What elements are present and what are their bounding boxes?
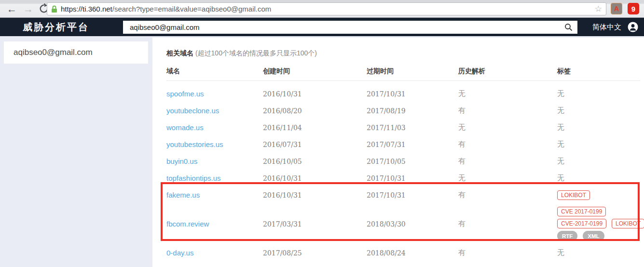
table-row: buyin0.us2016/10/052017/10/05有无 — [166, 153, 640, 170]
expires-cell: 2017/10/31 — [367, 174, 458, 182]
expires-cell: 2017/10/31 — [367, 191, 458, 199]
table-row: womade.us2016/11/042017/11/03无无 — [166, 119, 640, 136]
history-cell: 有 — [458, 140, 557, 149]
tags-cell: 无 — [557, 174, 640, 183]
tag-badge[interactable]: LOKIBOT — [612, 219, 644, 228]
domain-cell: womade.us — [166, 123, 263, 132]
related-domains-panel: 相关域名 (超过100个域名的情况最多只显示100个) 域名创建时间过期时间历史… — [152, 38, 644, 267]
expires-cell: 2017/10/31 — [367, 90, 458, 98]
domain-cell: topfashiontips.us — [166, 174, 263, 183]
created-cell: 2016/10/05 — [263, 158, 367, 165]
expires-cell: 2017/10/05 — [367, 158, 458, 165]
table-row: youtubestories.us2016/07/312017/07/31有无 — [166, 136, 640, 153]
history-cell: 无 — [458, 89, 557, 98]
domain-table: 域名创建时间过期时间历史解析标签 spoofme.us2016/10/31201… — [152, 62, 644, 261]
search-input[interactable] — [123, 21, 577, 34]
adobe-acrobat-extension-icon[interactable]: A — [611, 3, 622, 14]
section-title-note: (超过100个域名的情况最多只显示100个) — [195, 49, 317, 57]
domain-link[interactable]: fakeme.us — [166, 191, 200, 199]
history-cell: 有 — [458, 190, 557, 200]
tag-line: LOKIBOT — [557, 190, 590, 200]
table-row: topfashiontips.us2016/10/312017/10/31无无 — [166, 170, 640, 187]
created-cell: 2016/08/20 — [263, 107, 367, 115]
column-header: 标签 — [557, 67, 640, 76]
history-cell: 无 — [458, 123, 557, 132]
domain-cell: spoofme.us — [166, 90, 263, 98]
tags-cell: LOKIBOT — [557, 187, 640, 203]
address-bar[interactable]: https://ti.360.net/search?type=email&val… — [47, 2, 606, 15]
language-selector[interactable]: 简体中文 — [592, 18, 621, 36]
domain-link[interactable]: spoofme.us — [166, 90, 204, 98]
tag-line: CVE-2017-0199LOKIBOT — [557, 219, 644, 228]
column-header: 创建时间 — [263, 67, 367, 76]
tags-cell: 无 — [557, 157, 640, 166]
tag-badge[interactable]: CVE 2017-0199 — [557, 207, 606, 216]
domain-link[interactable]: youtubestories.us — [166, 140, 223, 148]
ssl-lock-icon[interactable] — [51, 5, 57, 13]
tag-badge[interactable]: RTF — [557, 231, 577, 241]
expires-cell: 2017/08/19 — [367, 107, 458, 115]
domain-link[interactable]: topfashiontips.us — [166, 174, 221, 182]
forward-icon[interactable]: → — [23, 2, 33, 16]
tags-cell: CVE 2017-0199CVE-2017-0199LOKIBOTRTFXML — [557, 203, 644, 244]
url-text: https://ti.360.net/search?type=email&val… — [61, 5, 271, 13]
table-row: 0-day.us2017/08/252018/08/24有无 — [166, 244, 640, 261]
page-content: aqibseo0@gmail.com 相关域名 (超过100个域名的情况最多只显… — [0, 36, 644, 267]
domain-cell: youtubeclone.us — [166, 107, 263, 115]
section-title: 相关域名 (超过100个域名的情况最多只显示100个) — [152, 38, 644, 58]
table-row: spoofme.us2016/10/312017/10/31无无 — [166, 85, 640, 102]
query-value-card: aqibseo0@gmail.com — [4, 41, 148, 64]
tags-cell: 无 — [557, 140, 640, 149]
domain-table-head: 域名创建时间过期时间历史解析标签 — [166, 62, 640, 81]
tag-line: RTFXML — [557, 231, 604, 241]
url-path: /search?type=email&value=aqibseo0@gmail.… — [112, 5, 272, 13]
back-icon[interactable]: ← — [7, 2, 17, 16]
column-header: 历史解析 — [458, 67, 557, 76]
column-header: 过期时间 — [367, 67, 458, 76]
created-cell: 2016/11/04 — [263, 124, 367, 132]
expires-cell: 2018/03/30 — [367, 220, 458, 228]
domain-cell: buyin0.us — [166, 157, 263, 166]
browser-toolbar: ← → https://ti.360.net/search?type=email… — [0, 0, 644, 18]
tag-line: CVE 2017-0199 — [557, 207, 606, 216]
history-cell: 有 — [458, 157, 557, 166]
search-icon[interactable] — [564, 23, 573, 33]
domain-cell: youtubestories.us — [166, 140, 263, 149]
tags-cell: 无 — [557, 248, 640, 257]
expires-cell: 2017/07/31 — [367, 141, 458, 148]
created-cell: 2016/10/31 — [263, 90, 367, 98]
domain-link[interactable]: fbcom.review — [166, 220, 209, 228]
domain-link[interactable]: buyin0.us — [166, 157, 197, 165]
tag-badge[interactable]: LOKIBOT — [557, 190, 590, 200]
user-avatar-icon[interactable] — [628, 22, 638, 34]
360-extension-icon[interactable]: 9 — [628, 3, 639, 14]
tags-cell: 无 — [557, 123, 640, 132]
tag-badge[interactable]: CVE-2017-0199 — [557, 219, 606, 228]
history-cell: 无 — [458, 174, 557, 183]
expires-cell: 2017/11/03 — [367, 124, 458, 132]
expires-cell: 2018/08/24 — [367, 249, 458, 257]
domain-table-body: spoofme.us2016/10/312017/10/31无无youtubec… — [166, 81, 640, 261]
history-cell: 有 — [458, 106, 557, 115]
bookmark-star-icon[interactable]: ☆ — [595, 4, 602, 14]
created-cell: 2016/07/31 — [263, 141, 367, 148]
table-row: youtubeclone.us2016/08/202017/08/19有无 — [166, 102, 640, 119]
domain-cell: 0-day.us — [166, 249, 263, 257]
domain-link[interactable]: 0-day.us — [166, 249, 193, 257]
created-cell: 2017/03/31 — [263, 220, 367, 228]
created-cell: 2016/10/31 — [263, 174, 367, 182]
domain-link[interactable]: womade.us — [166, 123, 204, 132]
tag-badge[interactable]: XML — [583, 231, 604, 241]
url-host: https://ti.360.net — [61, 5, 112, 13]
created-cell: 2017/08/25 — [263, 249, 367, 257]
created-cell: 2016/10/31 — [263, 191, 367, 199]
table-row: fbcom.review2017/03/312018/03/30有CVE 201… — [166, 203, 640, 244]
history-cell: 有 — [458, 248, 557, 257]
domain-link[interactable]: youtubeclone.us — [166, 107, 219, 115]
section-title-text: 相关域名 — [166, 49, 193, 57]
table-row: fakeme.us2016/10/312017/10/31有LOKIBOT — [166, 187, 640, 203]
tags-cell: 无 — [557, 89, 640, 98]
site-logo[interactable]: 威胁分析平台 — [23, 18, 89, 36]
column-header: 域名 — [166, 67, 263, 76]
domain-cell: fakeme.us — [166, 191, 263, 200]
